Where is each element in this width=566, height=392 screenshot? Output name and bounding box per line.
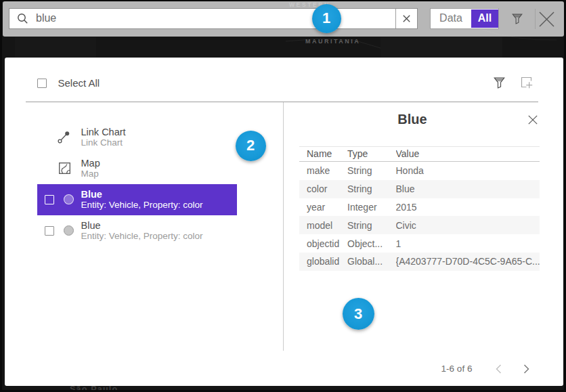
column-header-value: Value <box>396 148 540 159</box>
window-border-left <box>0 0 2 392</box>
cell-name: year <box>299 202 347 213</box>
map-label-mauritania: MAURITANIA <box>305 38 360 45</box>
annotation-step-3: 3 <box>343 298 374 330</box>
clear-search-icon <box>403 15 410 22</box>
cell-type: String <box>347 220 396 231</box>
list-item[interactable]: Blue Entity: Vehicle, Property: color <box>37 215 237 246</box>
table-row: make String Honda <box>299 162 540 180</box>
previous-page-button[interactable] <box>496 364 502 376</box>
search-results-panel: Select All Link Chart Link Chart Map Ma <box>5 58 563 387</box>
window-border-top <box>0 0 566 1</box>
search-icon <box>17 13 28 24</box>
table-row: model String Civic <box>299 216 540 234</box>
table-row: color String Blue <box>299 180 540 198</box>
search-input[interactable] <box>36 9 395 28</box>
item-checkbox[interactable] <box>45 226 54 236</box>
window-border-bottom <box>0 390 566 392</box>
link-chart-icon <box>58 131 70 144</box>
details-title: Blue <box>313 112 513 127</box>
clear-search-button[interactable] <box>395 9 417 28</box>
select-all-label: Select All <box>58 77 100 89</box>
add-to-frame-button[interactable] <box>521 77 533 91</box>
list-item-title: Link Chart <box>81 127 126 137</box>
close-icon <box>539 12 554 27</box>
list-item[interactable]: Link Chart Link Chart <box>37 122 237 153</box>
search-toolbar: WESTERN Data All <box>3 1 564 37</box>
header-divider <box>26 102 538 102</box>
cell-name: make <box>299 165 347 176</box>
list-item-subtitle: Entity: Vehicle, Property: color <box>81 231 203 241</box>
list-item-subtitle: Entity: Vehicle, Property: color <box>81 200 203 210</box>
list-item-title: Map <box>81 158 100 169</box>
cell-type: String <box>347 183 396 194</box>
close-search-button[interactable] <box>539 12 554 30</box>
map-icon <box>59 162 70 174</box>
cell-name: model <box>299 220 347 231</box>
cell-type: Global... <box>347 256 396 267</box>
item-checkbox[interactable] <box>45 195 54 204</box>
cell-type: Object... <box>347 238 396 249</box>
table-row: globalid Global... {A4203777-D70D-4C5C-9… <box>299 253 540 271</box>
filter-funnel-icon <box>512 14 523 24</box>
cell-value: Honda <box>396 165 540 176</box>
toolbar-divider <box>535 9 536 29</box>
list-item[interactable]: Map Map <box>37 153 237 184</box>
annotation-step-1: 1 <box>312 4 341 33</box>
list-item[interactable]: Blue Entity: Vehicle, Property: color <box>37 184 237 215</box>
cell-name: globalid <box>299 256 347 267</box>
entity-circle-icon <box>64 194 74 205</box>
cell-value: {A4203777-D70D-4C5C-9A65-C... <box>396 256 540 267</box>
cell-value: 2015 <box>396 202 540 213</box>
entity-circle-icon <box>64 225 74 236</box>
details-close-button[interactable] <box>528 115 538 127</box>
pagination-label: 1-6 of 6 <box>419 364 495 374</box>
list-item-title: Blue <box>81 220 203 231</box>
cell-value: Blue <box>396 183 540 194</box>
scope-option-data[interactable]: Data <box>431 9 471 28</box>
select-all-control[interactable]: Select All <box>37 77 100 89</box>
chevron-left-icon <box>496 364 502 374</box>
add-frame-icon <box>521 77 533 89</box>
attributes-table: Name Type Value make String Honda color … <box>299 146 540 271</box>
annotation-step-2: 2 <box>236 131 266 161</box>
cell-name: color <box>299 183 347 194</box>
panel-divider <box>283 102 284 351</box>
results-list: Link Chart Link Chart Map Map Blue Entit… <box>37 122 237 246</box>
table-row: year Integer 2015 <box>299 198 540 217</box>
search-box <box>9 8 418 29</box>
filter-funnel-icon <box>494 77 505 89</box>
select-all-checkbox[interactable] <box>37 79 47 88</box>
search-scope-toggle: Data All <box>430 8 499 29</box>
list-item-title: Blue <box>81 189 203 200</box>
column-header-type: Type <box>347 148 396 159</box>
scope-option-all[interactable]: All <box>471 9 498 28</box>
close-icon <box>528 115 538 125</box>
cell-value: 1 <box>396 238 540 249</box>
chevron-right-icon <box>523 364 529 374</box>
list-item-subtitle: Link Chart <box>81 137 126 148</box>
cell-type: Integer <box>347 202 396 213</box>
table-header-row: Name Type Value <box>299 146 540 162</box>
cell-type: String <box>347 165 396 176</box>
next-page-button[interactable] <box>523 364 529 376</box>
list-item-subtitle: Map <box>81 169 100 179</box>
results-filter-button[interactable] <box>494 77 505 91</box>
cell-name: objectid <box>299 238 347 249</box>
cell-value: Civic <box>396 220 540 231</box>
search-filter-button[interactable] <box>512 14 523 27</box>
table-row: objectid Object... 1 <box>299 234 540 253</box>
column-header-name: Name <box>299 148 347 159</box>
